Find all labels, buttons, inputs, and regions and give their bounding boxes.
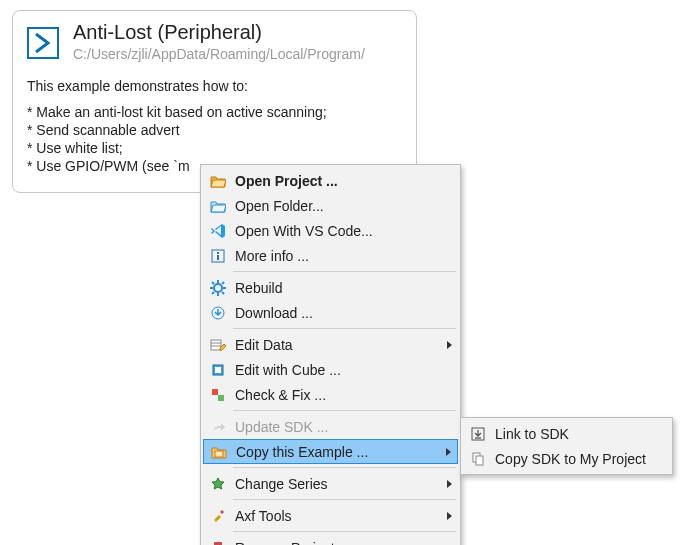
folder-open-icon: [207, 171, 229, 191]
card-bullet: * Send scannable advert: [27, 122, 402, 138]
info-icon: [207, 246, 229, 266]
card-bullet: * Use white list;: [27, 140, 402, 156]
svg-rect-2: [217, 252, 219, 254]
menu-change-series[interactable]: Change Series: [203, 471, 458, 496]
remove-icon: [207, 538, 229, 546]
svg-rect-19: [212, 389, 218, 395]
share-icon: [207, 417, 229, 437]
svg-rect-3: [217, 255, 219, 260]
menu-check-fix[interactable]: Check & Fix ...: [203, 382, 458, 407]
card-body: This example demonstrates how to: * Make…: [13, 68, 416, 174]
menu-label: Edit Data: [235, 337, 438, 353]
menu-separator: [233, 410, 456, 411]
menu-open-project[interactable]: Open Project ...: [203, 168, 458, 193]
menu-label: Change Series: [235, 476, 438, 492]
menu-separator: [233, 467, 456, 468]
menu-label: Open With VS Code...: [235, 223, 438, 239]
menu-label: Open Project ...: [235, 173, 438, 189]
menu-copy-example[interactable]: Copy this Example ...: [203, 439, 458, 464]
link-icon: [467, 424, 489, 444]
menu-rebuild[interactable]: Rebuild: [203, 275, 458, 300]
vscode-icon: [207, 221, 229, 241]
menu-update-sdk: Update SDK ...: [203, 414, 458, 439]
chevron-right-icon: [446, 448, 451, 456]
menu-label: Axf Tools: [235, 508, 438, 524]
menu-open-vscode[interactable]: Open With VS Code...: [203, 218, 458, 243]
menu-open-folder[interactable]: Open Folder...: [203, 193, 458, 218]
svg-line-11: [222, 282, 224, 284]
context-menu: Open Project ... Open Folder... Open Wit…: [200, 164, 461, 545]
svg-point-4: [214, 284, 222, 292]
svg-rect-0: [28, 28, 58, 58]
menu-download[interactable]: Download ...: [203, 300, 458, 325]
menu-label: Download ...: [235, 305, 438, 321]
menu-label: Rebuild: [235, 280, 438, 296]
context-submenu: Link to SDK Copy SDK to My Project: [460, 417, 673, 475]
card-intro: This example demonstrates how to:: [27, 78, 402, 94]
card-bullet: * Make an anti-lost kit based on active …: [27, 104, 402, 120]
chevron-right-icon: [447, 341, 452, 349]
card-path: C:/Users/zjli/AppData/Roaming/Local/Prog…: [73, 46, 365, 62]
puzzle-icon: [207, 385, 229, 405]
example-icon: [25, 25, 61, 61]
svg-rect-22: [214, 542, 222, 545]
copy-icon: [467, 449, 489, 469]
chevron-right-icon: [447, 480, 452, 488]
menu-label: Copy SDK to My Project: [495, 451, 650, 467]
menu-remove-project[interactable]: Remove Project: [203, 535, 458, 545]
card-title: Anti-Lost (Peripheral): [73, 21, 365, 44]
submenu-copy-sdk[interactable]: Copy SDK to My Project: [463, 446, 670, 471]
menu-label: Edit with Cube ...: [235, 362, 438, 378]
menu-label: Link to SDK: [495, 426, 650, 442]
menu-label: Update SDK ...: [235, 419, 438, 435]
menu-edit-cube[interactable]: Edit with Cube ...: [203, 357, 458, 382]
menu-label: Check & Fix ...: [235, 387, 438, 403]
menu-more-info[interactable]: More info ...: [203, 243, 458, 268]
folder-icon: [207, 196, 229, 216]
star-icon: [207, 474, 229, 494]
gear-icon: [207, 278, 229, 298]
menu-axf-tools[interactable]: Axf Tools: [203, 503, 458, 528]
svg-rect-21: [215, 451, 223, 457]
chevron-right-icon: [447, 512, 452, 520]
menu-separator: [233, 531, 456, 532]
card-header: Anti-Lost (Peripheral) C:/Users/zjli/App…: [13, 11, 416, 68]
folder-icon: [208, 442, 230, 462]
svg-rect-18: [215, 367, 221, 373]
card-title-block: Anti-Lost (Peripheral) C:/Users/zjli/App…: [73, 21, 365, 62]
submenu-link-sdk[interactable]: Link to SDK: [463, 421, 670, 446]
menu-edit-data[interactable]: Edit Data: [203, 332, 458, 357]
svg-line-9: [212, 282, 214, 284]
menu-separator: [233, 328, 456, 329]
menu-label: Open Folder...: [235, 198, 438, 214]
edit-data-icon: [207, 335, 229, 355]
svg-line-10: [222, 292, 224, 294]
svg-line-12: [212, 292, 214, 294]
svg-rect-28: [476, 456, 483, 465]
svg-rect-20: [218, 395, 224, 401]
menu-label: More info ...: [235, 248, 438, 264]
menu-label: Copy this Example ...: [236, 444, 437, 460]
menu-label: Remove Project: [235, 540, 438, 546]
menu-separator: [233, 271, 456, 272]
menu-separator: [233, 499, 456, 500]
cube-icon: [207, 360, 229, 380]
tools-icon: [207, 506, 229, 526]
download-icon: [207, 303, 229, 323]
